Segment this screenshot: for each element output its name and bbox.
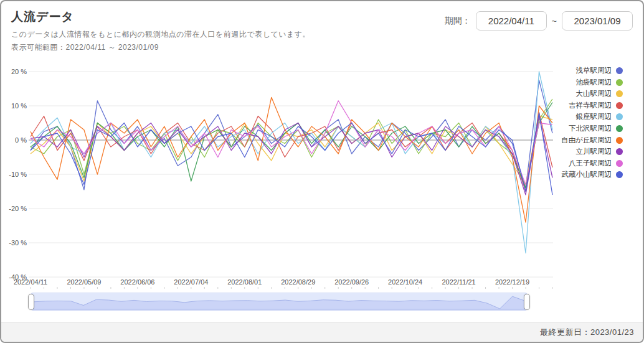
legend-dot (616, 160, 623, 167)
legend-item-tachikawa[interactable]: 立川駅周辺 (561, 148, 623, 156)
legend-item-asakusa[interactable]: 浅草駅周辺 (561, 67, 623, 75)
x-tick-label: 2022/11/21 (442, 278, 475, 286)
series-line-jiyugaoka[interactable] (31, 97, 552, 222)
legend-dot (616, 90, 623, 97)
y-tick-label: -30 % (9, 239, 27, 247)
legend-item-jiyugaoka[interactable]: 自由が丘駅周辺 (561, 136, 623, 144)
legend-label: 立川駅周辺 (576, 147, 612, 156)
y-tick-label: 20 % (11, 68, 27, 75)
legend-label: 下北沢駅周辺 (569, 124, 612, 133)
legend-dot (616, 102, 623, 109)
legend-label: 武蔵小山駅周辺 (562, 170, 612, 179)
x-tick-label: 2022/10/24 (388, 278, 422, 286)
last-updated: 最終更新日：2023/01/23 (540, 327, 634, 337)
legend-dot (616, 137, 623, 144)
x-tick-label: 2022/09/26 (334, 278, 369, 286)
y-tick-label: 10 % (11, 102, 27, 110)
line-chart[interactable]: 20 %10 %0 %-10 %-20 %-30 %-40 %2022/04/1… (6, 61, 567, 293)
slider-handle-left[interactable] (28, 294, 34, 310)
y-tick-label: -20 % (9, 205, 27, 212)
legend-item-oyama[interactable]: 大山駅周辺 (561, 90, 623, 98)
slider-handle-right[interactable] (524, 294, 530, 310)
available-range: 表示可能範囲：2022/04/11 ～ 2023/01/09 (11, 42, 310, 53)
page-subtitle: このデータは人流情報をもとに都内の観測地点の滞在人口を前週比で表しています。 (11, 29, 310, 40)
chart-legend: 浅草駅周辺池袋駅周辺大山駅周辺吉祥寺駅周辺銀座駅周辺下北沢駅周辺自由が丘駅周辺立… (561, 67, 623, 182)
legend-label: 八王子駅周辺 (569, 159, 612, 168)
period-separator: ~ (552, 16, 557, 26)
legend-dot (616, 171, 623, 178)
legend-item-ginza[interactable]: 銀座駅周辺 (561, 113, 623, 121)
legend-dot (616, 67, 623, 74)
x-tick-label: 2022/12/19 (495, 278, 529, 286)
legend-label: 銀座駅周辺 (576, 112, 612, 121)
people-flow-dashboard: 人流データ このデータは人流情報をもとに都内の観測地点の滞在人口を前週比で表して… (0, 0, 644, 343)
legend-item-hachioji[interactable]: 八王子駅周辺 (561, 159, 623, 167)
legend-label: 大山駅周辺 (576, 89, 612, 98)
legend-label: 浅草駅周辺 (576, 66, 612, 75)
minichart-area (33, 296, 525, 309)
x-tick-label: 2022/05/09 (67, 278, 101, 286)
series-line-hachioji[interactable] (31, 101, 552, 185)
period-start-input[interactable] (476, 11, 547, 31)
page-title: 人流データ (11, 9, 310, 25)
y-tick-label: -10 % (9, 171, 27, 178)
legend-label: 池袋駅周辺 (576, 78, 612, 87)
y-tick-label: 0 % (15, 136, 27, 144)
legend-dot (616, 125, 623, 132)
legend-dot (616, 148, 623, 155)
header: 人流データ このデータは人流情報をもとに都内の観測地点の滞在人口を前週比で表して… (11, 9, 310, 53)
legend-item-shimokitazawa[interactable]: 下北沢駅周辺 (561, 125, 623, 133)
x-tick-label: 2022/04/11 (14, 278, 47, 286)
legend-item-musashikoyama[interactable]: 武蔵小山駅周辺 (561, 171, 623, 179)
footer-bar: 最終更新日：2023/01/23 (1, 322, 643, 342)
x-tick-label: 2022/07/04 (174, 278, 208, 286)
period-controls: 期間： ~ (445, 11, 633, 31)
series-line-ginza[interactable] (31, 72, 552, 253)
x-tick-label: 2022/08/29 (281, 278, 315, 286)
x-tick-label: 2022/06/06 (120, 278, 154, 286)
period-label: 期間： (445, 16, 471, 27)
legend-dot (616, 79, 623, 86)
series-line-shimokitazawa[interactable] (31, 103, 552, 189)
slider-minichart (31, 293, 527, 310)
legend-item-ikebukuro[interactable]: 池袋駅周辺 (561, 78, 623, 87)
legend-label: 自由が丘駅周辺 (561, 136, 612, 145)
period-end-input[interactable] (562, 11, 633, 31)
legend-dot (616, 113, 623, 120)
legend-item-kichijoji[interactable]: 吉祥寺駅周辺 (561, 101, 623, 110)
x-tick-label: 2022/08/01 (227, 278, 262, 286)
legend-label: 吉祥寺駅周辺 (569, 101, 612, 110)
range-slider[interactable] (31, 293, 528, 311)
